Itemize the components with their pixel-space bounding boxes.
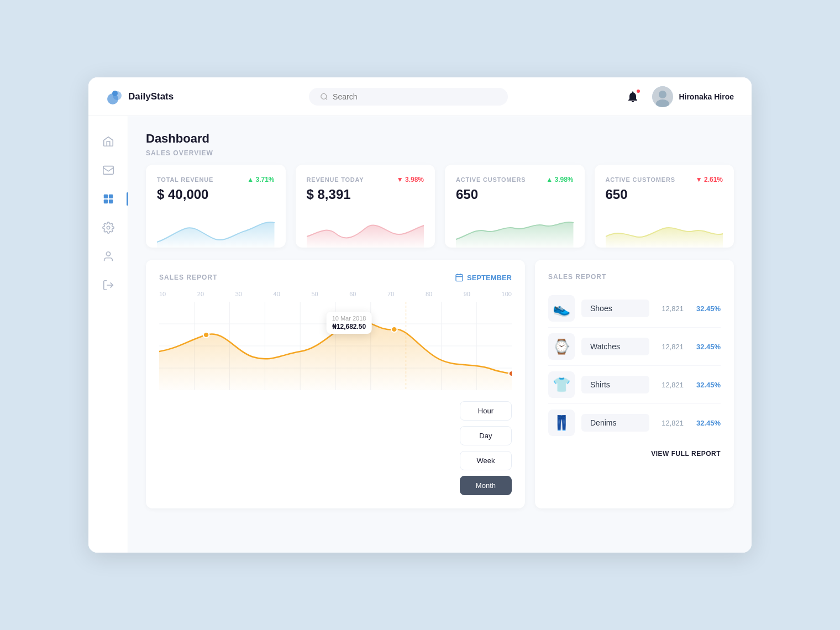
stat-change: ▲ 3.98% — [546, 176, 573, 183]
time-filter-week[interactable]: Week — [460, 451, 512, 470]
stat-card-3: ACTIVE CUSTOMERS ▼ 2.61% 650 — [595, 165, 734, 248]
header: DailyStats — [88, 77, 752, 116]
stat-change: ▼ 3.98% — [397, 176, 424, 183]
stat-value: $ 40,000 — [157, 187, 275, 202]
stat-value: 650 — [606, 187, 723, 202]
sidebar-item-mail[interactable] — [96, 158, 120, 182]
logo-area: DailyStats — [106, 88, 195, 106]
chart-x-axis: 102030405060708090100 — [159, 291, 512, 302]
product-image: ⌚ — [548, 333, 575, 360]
sidebar-item-dashboard[interactable] — [96, 187, 120, 211]
search-icon — [320, 92, 328, 101]
chart-card: SALES REPORT SEPTEMBER 10203040506070809… — [146, 260, 525, 508]
x-axis-label: 100 — [502, 291, 512, 297]
page-title: Dashboard — [146, 132, 734, 146]
main-content: Dashboard SALES OVERVIEW TOTAL REVENUE ▲… — [128, 116, 752, 553]
x-axis-label: 60 — [349, 291, 356, 297]
svg-point-13 — [106, 252, 110, 256]
x-axis-label: 20 — [197, 291, 204, 297]
svg-point-12 — [107, 226, 110, 229]
svg-rect-15 — [456, 275, 463, 281]
notification-dot — [636, 88, 641, 94]
stat-value: $ 8,391 — [307, 187, 424, 202]
search-bar — [195, 88, 622, 106]
time-filter-hour[interactable]: Hour — [460, 401, 512, 421]
stat-change: ▲ 3.71% — [247, 176, 274, 183]
sales-list-item: 👖 Denims 12,821 32.45% — [548, 404, 721, 442]
x-axis-label: 90 — [464, 291, 470, 297]
stat-label: ACTIVE CUSTOMERS — [606, 176, 675, 183]
svg-point-5 — [659, 91, 666, 98]
bottom-row: SALES REPORT SEPTEMBER 10203040506070809… — [146, 260, 734, 508]
stat-label: REVENUE TODAY — [307, 176, 364, 183]
product-name: Shoes — [581, 300, 649, 317]
search-input[interactable] — [333, 92, 497, 101]
stat-header: REVENUE TODAY ▼ 3.98% — [307, 176, 424, 183]
product-count: 12,821 — [656, 343, 684, 351]
sidebar-item-settings[interactable] — [96, 216, 120, 240]
product-count: 12,821 — [656, 305, 684, 313]
sales-overview-label: SALES OVERVIEW — [146, 149, 734, 157]
stat-label: ACTIVE CUSTOMERS — [456, 176, 526, 183]
product-name: Shirts — [581, 376, 649, 393]
stat-value: 650 — [456, 187, 574, 202]
month-label: SEPTEMBER — [467, 274, 512, 282]
time-filters-wrap: HourDayWeekMonth — [159, 397, 512, 495]
svg-point-2 — [112, 91, 118, 96]
svg-point-31 — [203, 332, 209, 338]
svg-point-33 — [509, 371, 512, 376]
stat-header: ACTIVE CUSTOMERS ▲ 3.98% — [456, 176, 574, 183]
sidebar — [88, 116, 128, 553]
product-count: 12,821 — [656, 381, 684, 389]
stat-chart — [157, 209, 275, 248]
svg-point-3 — [321, 93, 327, 99]
user-name: Hironaka Hiroe — [679, 92, 734, 101]
user-area[interactable]: Hironaka Hiroe — [652, 86, 734, 107]
product-pct: 32.45% — [690, 305, 721, 313]
sidebar-item-home[interactable] — [96, 129, 120, 154]
product-name: Denims — [581, 414, 649, 432]
sidebar-item-user[interactable] — [96, 244, 120, 269]
header-right: Hironaka Hiroe — [622, 86, 734, 107]
logo-icon — [106, 88, 124, 106]
x-axis-label: 80 — [426, 291, 432, 297]
chart-area: 10 Mar 2018 ₦12,682.50 — [159, 302, 512, 390]
body-area: Dashboard SALES OVERVIEW TOTAL REVENUE ▲… — [88, 116, 752, 553]
svg-rect-11 — [108, 200, 112, 203]
product-count: 12,821 — [656, 419, 684, 427]
sales-list-title: SALES REPORT — [548, 273, 721, 281]
notification-button[interactable] — [622, 86, 643, 107]
month-button[interactable]: SEPTEMBER — [455, 273, 512, 282]
x-axis-label: 70 — [387, 291, 394, 297]
product-pct: 32.45% — [690, 419, 721, 427]
chart-card-title: SALES REPORT — [159, 274, 217, 281]
x-axis-label: 10 — [159, 291, 166, 297]
svg-rect-9 — [108, 195, 112, 198]
view-full-report-link[interactable]: VIEW FULL REPORT — [651, 450, 721, 458]
product-image: 👖 — [548, 410, 575, 436]
stat-chart — [307, 209, 424, 248]
time-filter-month[interactable]: Month — [460, 476, 512, 495]
product-image: 👕 — [548, 371, 575, 398]
time-filter-day[interactable]: Day — [460, 426, 512, 445]
stat-card-0: TOTAL REVENUE ▲ 3.71% $ 40,000 — [146, 165, 286, 248]
sales-list-item: 👕 Shirts 12,821 32.45% — [548, 366, 721, 404]
svg-rect-7 — [103, 166, 113, 175]
x-axis-label: 50 — [311, 291, 318, 297]
logo-text: DailyStats — [128, 91, 174, 102]
product-pct: 32.45% — [690, 343, 721, 351]
calendar-icon — [455, 273, 464, 282]
app-container: DailyStats — [88, 77, 752, 553]
stat-card-2: ACTIVE CUSTOMERS ▲ 3.98% 650 — [445, 165, 585, 248]
stat-header: ACTIVE CUSTOMERS ▼ 2.61% — [606, 176, 723, 183]
search-input-wrap[interactable] — [309, 88, 508, 106]
sales-list-card: SALES REPORT 👟 Shoes 12,821 32.45% ⌚ Wat… — [535, 260, 734, 508]
view-full-report-wrap: VIEW FULL REPORT — [548, 448, 721, 458]
sales-list-item: 👟 Shoes 12,821 32.45% — [548, 290, 721, 328]
time-filters: HourDayWeekMonth — [460, 401, 512, 495]
x-axis-label: 30 — [235, 291, 242, 297]
sidebar-item-logout[interactable] — [96, 273, 120, 297]
stat-header: TOTAL REVENUE ▲ 3.71% — [157, 176, 275, 183]
svg-rect-10 — [103, 200, 107, 203]
svg-point-32 — [391, 327, 397, 332]
